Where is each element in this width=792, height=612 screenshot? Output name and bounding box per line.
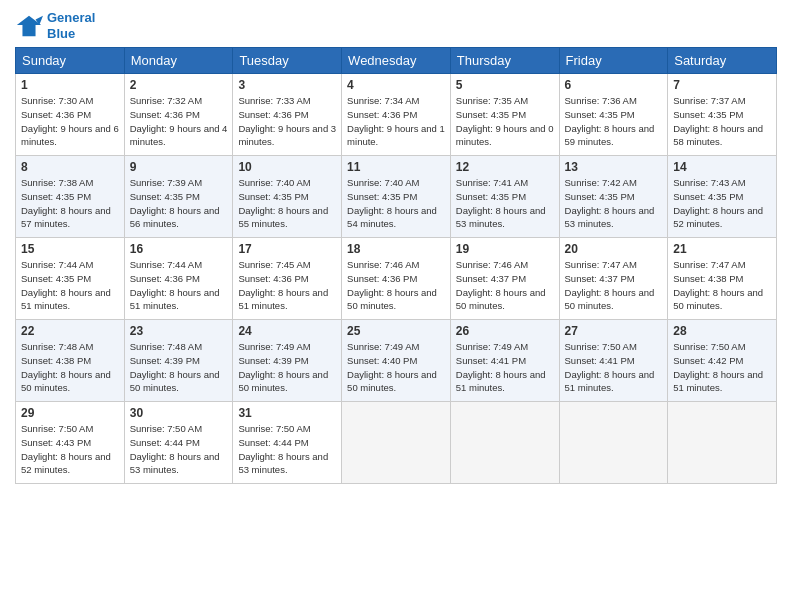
day-info: Sunrise: 7:44 AMSunset: 4:36 PMDaylight:… [130, 258, 228, 313]
calendar-day-cell: 9Sunrise: 7:39 AMSunset: 4:35 PMDaylight… [124, 156, 233, 238]
logo-text: General Blue [47, 10, 95, 41]
calendar-day-cell: 18Sunrise: 7:46 AMSunset: 4:36 PMDayligh… [342, 238, 451, 320]
day-info: Sunrise: 7:38 AMSunset: 4:35 PMDaylight:… [21, 176, 119, 231]
calendar-table: SundayMondayTuesdayWednesdayThursdayFrid… [15, 47, 777, 484]
day-number: 21 [673, 242, 771, 256]
calendar-day-cell: 14Sunrise: 7:43 AMSunset: 4:35 PMDayligh… [668, 156, 777, 238]
day-info: Sunrise: 7:49 AMSunset: 4:41 PMDaylight:… [456, 340, 554, 395]
day-info: Sunrise: 7:46 AMSunset: 4:36 PMDaylight:… [347, 258, 445, 313]
calendar-day-cell: 21Sunrise: 7:47 AMSunset: 4:38 PMDayligh… [668, 238, 777, 320]
calendar-day-cell [450, 402, 559, 484]
day-info: Sunrise: 7:48 AMSunset: 4:39 PMDaylight:… [130, 340, 228, 395]
day-number: 31 [238, 406, 336, 420]
day-info: Sunrise: 7:50 AMSunset: 4:41 PMDaylight:… [565, 340, 663, 395]
day-number: 28 [673, 324, 771, 338]
day-number: 29 [21, 406, 119, 420]
day-number: 13 [565, 160, 663, 174]
day-info: Sunrise: 7:48 AMSunset: 4:38 PMDaylight:… [21, 340, 119, 395]
day-info: Sunrise: 7:34 AMSunset: 4:36 PMDaylight:… [347, 94, 445, 149]
day-number: 8 [21, 160, 119, 174]
day-number: 14 [673, 160, 771, 174]
day-info: Sunrise: 7:50 AMSunset: 4:43 PMDaylight:… [21, 422, 119, 477]
day-info: Sunrise: 7:40 AMSunset: 4:35 PMDaylight:… [347, 176, 445, 231]
day-info: Sunrise: 7:43 AMSunset: 4:35 PMDaylight:… [673, 176, 771, 231]
calendar-day-cell [559, 402, 668, 484]
calendar-day-cell: 11Sunrise: 7:40 AMSunset: 4:35 PMDayligh… [342, 156, 451, 238]
day-number: 18 [347, 242, 445, 256]
calendar-day-cell: 10Sunrise: 7:40 AMSunset: 4:35 PMDayligh… [233, 156, 342, 238]
day-info: Sunrise: 7:42 AMSunset: 4:35 PMDaylight:… [565, 176, 663, 231]
day-number: 24 [238, 324, 336, 338]
day-info: Sunrise: 7:44 AMSunset: 4:35 PMDaylight:… [21, 258, 119, 313]
calendar-day-cell: 3Sunrise: 7:33 AMSunset: 4:36 PMDaylight… [233, 74, 342, 156]
calendar-day-cell: 25Sunrise: 7:49 AMSunset: 4:40 PMDayligh… [342, 320, 451, 402]
day-info: Sunrise: 7:45 AMSunset: 4:36 PMDaylight:… [238, 258, 336, 313]
calendar-week-row: 22Sunrise: 7:48 AMSunset: 4:38 PMDayligh… [16, 320, 777, 402]
day-number: 15 [21, 242, 119, 256]
day-number: 22 [21, 324, 119, 338]
calendar-day-cell: 1Sunrise: 7:30 AMSunset: 4:36 PMDaylight… [16, 74, 125, 156]
header: General Blue [15, 10, 777, 41]
day-info: Sunrise: 7:49 AMSunset: 4:39 PMDaylight:… [238, 340, 336, 395]
calendar-day-cell: 31Sunrise: 7:50 AMSunset: 4:44 PMDayligh… [233, 402, 342, 484]
day-info: Sunrise: 7:47 AMSunset: 4:37 PMDaylight:… [565, 258, 663, 313]
day-number: 17 [238, 242, 336, 256]
day-info: Sunrise: 7:39 AMSunset: 4:35 PMDaylight:… [130, 176, 228, 231]
calendar-week-row: 15Sunrise: 7:44 AMSunset: 4:35 PMDayligh… [16, 238, 777, 320]
day-number: 16 [130, 242, 228, 256]
day-info: Sunrise: 7:40 AMSunset: 4:35 PMDaylight:… [238, 176, 336, 231]
day-number: 20 [565, 242, 663, 256]
calendar-day-cell: 7Sunrise: 7:37 AMSunset: 4:35 PMDaylight… [668, 74, 777, 156]
calendar-day-cell: 26Sunrise: 7:49 AMSunset: 4:41 PMDayligh… [450, 320, 559, 402]
logo-icon [15, 12, 43, 40]
day-number: 3 [238, 78, 336, 92]
day-number: 26 [456, 324, 554, 338]
day-info: Sunrise: 7:47 AMSunset: 4:38 PMDaylight:… [673, 258, 771, 313]
calendar-day-cell: 20Sunrise: 7:47 AMSunset: 4:37 PMDayligh… [559, 238, 668, 320]
calendar-day-cell: 28Sunrise: 7:50 AMSunset: 4:42 PMDayligh… [668, 320, 777, 402]
calendar-day-cell: 19Sunrise: 7:46 AMSunset: 4:37 PMDayligh… [450, 238, 559, 320]
day-number: 27 [565, 324, 663, 338]
day-info: Sunrise: 7:37 AMSunset: 4:35 PMDaylight:… [673, 94, 771, 149]
weekday-header-cell: Saturday [668, 48, 777, 74]
calendar-day-cell: 8Sunrise: 7:38 AMSunset: 4:35 PMDaylight… [16, 156, 125, 238]
calendar-day-cell: 4Sunrise: 7:34 AMSunset: 4:36 PMDaylight… [342, 74, 451, 156]
weekday-header-cell: Tuesday [233, 48, 342, 74]
calendar-day-cell: 30Sunrise: 7:50 AMSunset: 4:44 PMDayligh… [124, 402, 233, 484]
day-info: Sunrise: 7:49 AMSunset: 4:40 PMDaylight:… [347, 340, 445, 395]
calendar-week-row: 8Sunrise: 7:38 AMSunset: 4:35 PMDaylight… [16, 156, 777, 238]
day-info: Sunrise: 7:50 AMSunset: 4:42 PMDaylight:… [673, 340, 771, 395]
calendar-day-cell: 13Sunrise: 7:42 AMSunset: 4:35 PMDayligh… [559, 156, 668, 238]
day-info: Sunrise: 7:46 AMSunset: 4:37 PMDaylight:… [456, 258, 554, 313]
day-info: Sunrise: 7:32 AMSunset: 4:36 PMDaylight:… [130, 94, 228, 149]
day-number: 4 [347, 78, 445, 92]
weekday-header-cell: Wednesday [342, 48, 451, 74]
weekday-header-cell: Friday [559, 48, 668, 74]
logo: General Blue [15, 10, 95, 41]
calendar-day-cell: 2Sunrise: 7:32 AMSunset: 4:36 PMDaylight… [124, 74, 233, 156]
calendar-day-cell: 6Sunrise: 7:36 AMSunset: 4:35 PMDaylight… [559, 74, 668, 156]
day-info: Sunrise: 7:36 AMSunset: 4:35 PMDaylight:… [565, 94, 663, 149]
calendar-day-cell: 17Sunrise: 7:45 AMSunset: 4:36 PMDayligh… [233, 238, 342, 320]
calendar-day-cell: 15Sunrise: 7:44 AMSunset: 4:35 PMDayligh… [16, 238, 125, 320]
calendar-body: 1Sunrise: 7:30 AMSunset: 4:36 PMDaylight… [16, 74, 777, 484]
calendar-week-row: 29Sunrise: 7:50 AMSunset: 4:43 PMDayligh… [16, 402, 777, 484]
calendar-day-cell: 16Sunrise: 7:44 AMSunset: 4:36 PMDayligh… [124, 238, 233, 320]
day-number: 19 [456, 242, 554, 256]
day-info: Sunrise: 7:35 AMSunset: 4:35 PMDaylight:… [456, 94, 554, 149]
day-number: 6 [565, 78, 663, 92]
calendar-day-cell [342, 402, 451, 484]
day-number: 10 [238, 160, 336, 174]
weekday-header-cell: Sunday [16, 48, 125, 74]
day-number: 5 [456, 78, 554, 92]
day-number: 25 [347, 324, 445, 338]
weekday-header-cell: Thursday [450, 48, 559, 74]
day-number: 1 [21, 78, 119, 92]
day-info: Sunrise: 7:50 AMSunset: 4:44 PMDaylight:… [130, 422, 228, 477]
page-container: General Blue SundayMondayTuesdayWednesda… [0, 0, 792, 494]
calendar-week-row: 1Sunrise: 7:30 AMSunset: 4:36 PMDaylight… [16, 74, 777, 156]
calendar-day-cell: 27Sunrise: 7:50 AMSunset: 4:41 PMDayligh… [559, 320, 668, 402]
day-info: Sunrise: 7:30 AMSunset: 4:36 PMDaylight:… [21, 94, 119, 149]
calendar-day-cell [668, 402, 777, 484]
calendar-day-cell: 12Sunrise: 7:41 AMSunset: 4:35 PMDayligh… [450, 156, 559, 238]
